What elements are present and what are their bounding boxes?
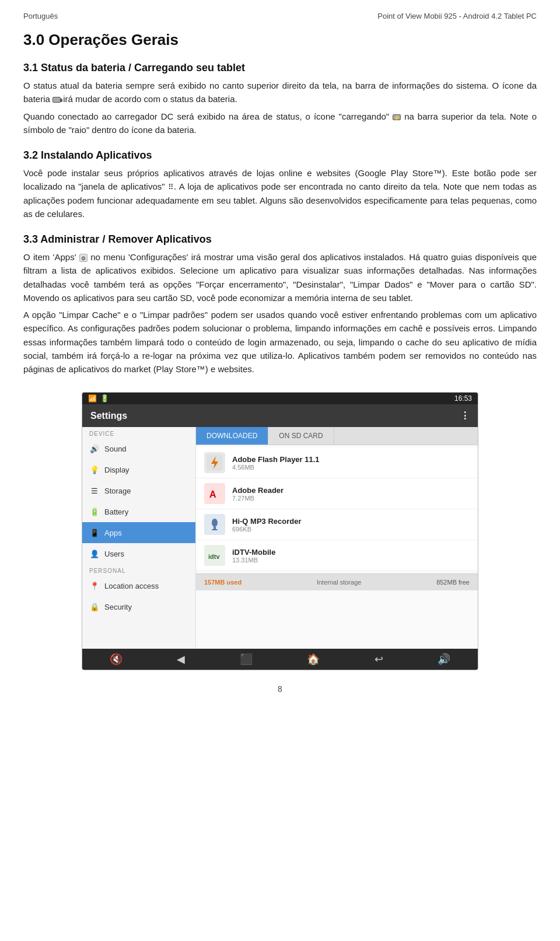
sidebar-apps-label: Apps — [104, 529, 122, 537]
home-button[interactable]: 🏠 — [307, 653, 320, 666]
app-name-idtv: iDTV-Mobile — [232, 548, 470, 557]
sidebar-display-label: Display — [104, 466, 130, 474]
svg-rect-6 — [214, 527, 216, 529]
sidebar-sound-label: Sound — [104, 445, 127, 453]
storage-icon: ☰ — [89, 485, 100, 496]
app-info-flash: Adobe Flash Player 11.1 4.56MB — [232, 455, 470, 471]
app-icon-flash — [204, 452, 225, 473]
app-name-mp3: Hi-Q MP3 Recorder — [232, 517, 470, 526]
section-3-3-title: 3.3 Administrar / Remover Aplicativos — [23, 233, 537, 246]
sound-icon: 🔊 — [89, 443, 100, 454]
section-3-1: 3.1 Status da bateria / Carregando seu t… — [23, 62, 537, 137]
doc-language: Português — [23, 12, 58, 20]
settings-header-bar: Settings ⋮ — [82, 404, 478, 427]
sidebar-battery-label: Battery — [104, 508, 128, 516]
volume-down-icon[interactable]: 🔇 — [110, 653, 123, 666]
settings-sidebar: DEVICE 🔊 Sound 💡 Display ☰ Storage 🔋 Bat… — [82, 427, 196, 649]
back-icon[interactable]: ◀ — [177, 653, 185, 666]
sidebar-item-users[interactable]: 👤 Users — [82, 543, 195, 564]
sidebar-item-apps[interactable]: 📱 Apps — [82, 522, 195, 543]
app-name-flash: Adobe Flash Player 11.1 — [232, 455, 470, 464]
phone-status-bar: 📶 🔋 16:53 — [82, 393, 478, 404]
app-size-mp3: 696KB — [232, 526, 470, 533]
display-icon: 💡 — [89, 464, 100, 475]
settings-body: DEVICE 🔊 Sound 💡 Display ☰ Storage 🔋 Bat… — [82, 427, 478, 649]
storage-free-label: 852MB free — [436, 579, 470, 586]
app-icon-mp3 — [204, 514, 225, 535]
overflow-menu-icon[interactable]: ⋮ — [460, 410, 470, 421]
settings-title: Settings — [90, 411, 127, 421]
storage-bar: 157MB used Internal storage 852MB free — [196, 573, 478, 590]
tab-on-sd-card[interactable]: ON SD CARD — [268, 427, 334, 445]
section-3-2-title: 3.2 Instalando Aplicativos — [23, 149, 537, 162]
battery-icon-sidebar: 🔋 — [89, 506, 100, 517]
storage-internal-label: Internal storage — [242, 579, 436, 586]
apps-tab-bar: DOWNLOADED ON SD CARD — [196, 427, 478, 445]
svg-text:idtv: idtv — [208, 553, 220, 560]
apps-main-panel: DOWNLOADED ON SD CARD Adobe Flash Player… — [196, 427, 478, 649]
app-row-flash[interactable]: Adobe Flash Player 11.1 4.56MB — [196, 447, 478, 478]
app-info-idtv: iDTV-Mobile 13.31MB — [232, 548, 470, 564]
status-time: 16:53 — [454, 394, 472, 403]
sidebar-section-device: DEVICE — [82, 427, 195, 438]
app-row-reader[interactable]: A Adobe Reader 7.27MB — [196, 478, 478, 509]
app-info-mp3: Hi-Q MP3 Recorder 696KB — [232, 517, 470, 533]
section-3-1-title: 3.1 Status da bateria / Carregando seu t… — [23, 62, 537, 74]
app-row-idtv[interactable]: idtv iDTV-Mobile 13.31MB — [196, 540, 478, 571]
section-3-1-para2: Quando conectado ao carregador DC será e… — [23, 110, 537, 137]
section-3-3-para2: A opção "Limpar Cache" e o "Limpar padrõ… — [23, 308, 537, 376]
sidebar-item-security[interactable]: 🔒 Security — [82, 596, 195, 617]
svg-text:A: A — [209, 489, 216, 499]
sidebar-location-label: Location access — [104, 582, 159, 590]
app-size-flash: 4.56MB — [232, 464, 470, 471]
svg-rect-7 — [212, 529, 218, 530]
sidebar-section-personal: PERSONAL — [82, 564, 195, 575]
storage-used-label: 157MB used — [204, 579, 242, 586]
app-list: Adobe Flash Player 11.1 4.56MB A Adobe R… — [196, 445, 478, 573]
app-icon-reader: A — [204, 483, 225, 504]
document-header: Português Point of View Mobii 925 - Andr… — [23, 12, 537, 20]
page-number: 8 — [23, 684, 537, 694]
sidebar-item-location[interactable]: 📍 Location access — [82, 575, 195, 596]
apps-icon: 📱 — [89, 527, 100, 538]
svg-point-5 — [212, 519, 218, 527]
section-3-1-para1: O status atual da bateria sempre será ex… — [23, 79, 537, 106]
sidebar-item-display[interactable]: 💡 Display — [82, 459, 195, 480]
app-size-reader: 7.27MB — [232, 495, 470, 502]
sidebar-item-storage[interactable]: ☰ Storage — [82, 480, 195, 501]
app-info-reader: Adobe Reader 7.27MB — [232, 486, 470, 502]
chapter-title: 3.0 Operações Gerais — [23, 31, 537, 49]
tab-downloaded[interactable]: DOWNLOADED — [196, 427, 268, 445]
sidebar-users-label: Users — [104, 550, 124, 558]
doc-title: Point of View Mobii 925 - Android 4.2 Ta… — [377, 12, 537, 20]
status-left: 📶 🔋 — [88, 394, 109, 403]
section-3-3-para1: O item 'Apps' ⚙ no menu 'Configurações' … — [23, 250, 537, 305]
app-row-mp3[interactable]: Hi-Q MP3 Recorder 696KB — [196, 509, 478, 540]
users-icon: 👤 — [89, 548, 100, 559]
section-3-3: 3.3 Administrar / Remover Aplicativos O … — [23, 233, 537, 376]
app-name-reader: Adobe Reader — [232, 486, 470, 495]
location-icon: 📍 — [89, 580, 100, 591]
sidebar-storage-label: Storage — [104, 487, 131, 495]
section-3-2: 3.2 Instalando Aplicativos Você pode ins… — [23, 149, 537, 221]
home-icon[interactable]: ⬛ — [240, 653, 253, 666]
battery-icon: 🔋 — [100, 394, 109, 403]
sidebar-security-label: Security — [104, 603, 132, 611]
security-icon: 🔒 — [89, 601, 100, 612]
section-3-2-para1: Você pode instalar seus próprios aplicat… — [23, 166, 537, 221]
app-icon-idtv: idtv — [204, 545, 225, 566]
recent-apps-icon[interactable]: ↩ — [374, 653, 383, 666]
volume-up-icon[interactable]: 🔊 — [438, 653, 450, 666]
screenshot: 📶 🔋 16:53 Settings ⋮ DEVICE 🔊 Sound 💡 Di… — [82, 392, 478, 670]
sidebar-item-sound[interactable]: 🔊 Sound — [82, 438, 195, 459]
wifi-icon: 📶 — [88, 394, 97, 403]
sidebar-item-battery[interactable]: 🔋 Battery — [82, 501, 195, 522]
app-size-idtv: 13.31MB — [232, 557, 470, 564]
bottom-nav-bar: 🔇 ◀ ⬛ 🏠 ↩ 🔊 — [82, 649, 478, 670]
